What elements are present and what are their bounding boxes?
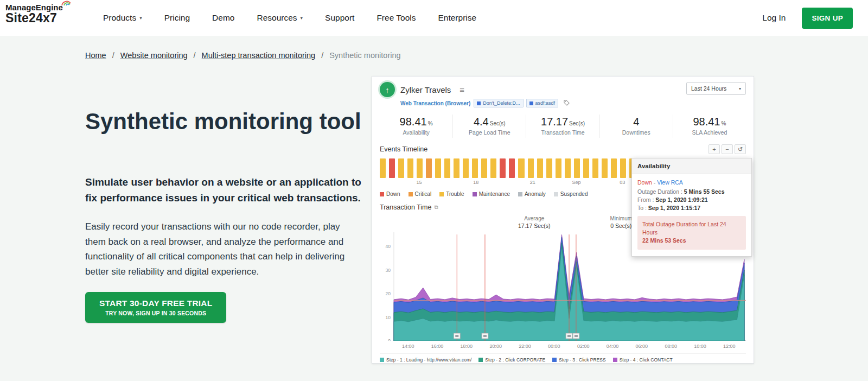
timeline-axis-label: 15: [417, 180, 422, 185]
timeline-bar[interactable]: [565, 158, 571, 178]
transaction-x-label: 18:00: [461, 344, 473, 349]
timeline-legend-item[interactable]: Suspended: [554, 191, 588, 197]
free-trial-button[interactable]: START 30-DAY FREE TRIAL TRY NOW, SIGN UP…: [85, 292, 226, 323]
monitor-type-link[interactable]: Web Transaction (Browser): [400, 100, 470, 106]
nav-item-free-tools[interactable]: Free Tools: [376, 13, 416, 23]
login-link[interactable]: Log In: [762, 13, 786, 23]
timeline-bar[interactable]: [380, 158, 386, 178]
down-status-label: Down: [637, 179, 652, 186]
transaction-legend-item[interactable]: Step - 1 : Loading - http://www.vtitan.c…: [380, 357, 471, 363]
transaction-x-label: 02:00: [577, 344, 590, 349]
nav-item-demo[interactable]: Demo: [212, 13, 234, 23]
timeline-bar[interactable]: [574, 158, 580, 178]
timeline-bar[interactable]: [592, 158, 598, 178]
timeline-legend-item[interactable]: Trouble: [439, 191, 464, 197]
checkbox-icon: [477, 101, 481, 105]
timeline-legend-item[interactable]: Anomaly: [518, 191, 546, 197]
breadcrumb-item[interactable]: Multi-step transaction monitoring: [202, 51, 316, 60]
stat-availability: 98.41%Availability: [380, 115, 453, 138]
timeline-bar[interactable]: [417, 158, 423, 178]
timeline-bar[interactable]: [435, 158, 441, 178]
timeline-bar[interactable]: [546, 158, 552, 178]
transaction-x-label: 12:00: [723, 344, 736, 349]
breadcrumb-item[interactable]: Website monitoring: [120, 51, 188, 60]
time-range-select[interactable]: Last 24 Hours ▾: [686, 82, 746, 95]
manageengine-wordmark: ManageEngine: [5, 3, 63, 12]
nav-item-products[interactable]: Products▾: [103, 13, 142, 23]
stat-value: 98.41%: [673, 116, 746, 128]
timeline-bar[interactable]: [454, 158, 459, 178]
transaction-chart-legend: Step - 1 : Loading - http://www.vtitan.c…: [380, 353, 746, 363]
monitor-meta: Web Transaction (Browser) Don't_Delete:D…: [400, 98, 570, 108]
transaction-legend-item[interactable]: Step - 2 : Click CORPORATE: [478, 357, 545, 363]
nav-item-resources[interactable]: Resources▾: [257, 13, 303, 23]
timeline-bar[interactable]: [537, 158, 543, 178]
timeline-legend-item[interactable]: Maintenance: [473, 191, 510, 197]
stat-label: Page Load Time: [453, 129, 526, 136]
zoom-in-button[interactable]: +: [709, 144, 720, 154]
legend-label: Suspended: [560, 191, 588, 197]
zoom-controls: + − ↺: [709, 144, 746, 154]
y-axis-label: 0: [388, 338, 391, 341]
legend-label: Anomaly: [525, 191, 546, 197]
average-label: Average: [518, 215, 551, 221]
nav-item-pricing[interactable]: Pricing: [164, 13, 190, 23]
timeline-legend-item[interactable]: Down: [380, 191, 400, 197]
timeline-bar[interactable]: [389, 158, 395, 178]
minimum-value: 0 Sec(s): [610, 223, 633, 229]
timeline-bar[interactable]: [556, 158, 561, 178]
brand-logo[interactable]: ManageEngine Site24x7: [5, 3, 63, 26]
nav-item-support[interactable]: Support: [325, 13, 354, 23]
view-rca-link[interactable]: View RCA: [657, 179, 683, 186]
stat-number: 4: [633, 116, 639, 128]
timeline-bar[interactable]: [602, 158, 608, 178]
from-value: Sep 1, 2020 1:09:21: [655, 196, 707, 203]
zoom-out-button[interactable]: −: [722, 144, 733, 154]
timeline-bar[interactable]: [583, 158, 589, 178]
hamburger-icon[interactable]: ≡: [459, 85, 464, 94]
legend-color-swatch: [478, 358, 483, 362]
legend-color-swatch: [380, 358, 384, 362]
zoom-reset-button[interactable]: ↺: [735, 144, 746, 154]
to-label: To :: [637, 205, 648, 211]
timeline-bar[interactable]: [407, 158, 413, 178]
timeline-bar[interactable]: [528, 158, 534, 178]
monitor-tag[interactable]: Don't_Delete:D...: [474, 99, 523, 107]
up-arrow-icon: ↑: [385, 85, 390, 94]
signup-button[interactable]: SIGN UP: [802, 8, 853, 29]
transaction-legend-item[interactable]: Step - 4 : Click CONTACT: [613, 357, 673, 363]
timeline-bar[interactable]: [500, 158, 506, 178]
transaction-legend-item[interactable]: Step - 3 : Click PRESS: [552, 357, 605, 363]
external-link-icon[interactable]: ⧉: [434, 204, 438, 211]
outage-duration-value: 5 Mins 55 Secs: [684, 188, 725, 195]
tag-label: Don't_Delete:D...: [483, 100, 520, 106]
to-value: Sep 1, 2020 1:15:17: [648, 205, 700, 211]
timeline-bar[interactable]: [426, 158, 432, 178]
monitor-identity: ↑ Zylker Travels ≡: [380, 82, 570, 97]
stat-unit: Sec(s): [490, 120, 506, 126]
timeline-legend-item[interactable]: Critical: [409, 191, 432, 197]
monitor-tag[interactable]: asdf:asdf: [526, 99, 559, 107]
timeline-bar[interactable]: [472, 158, 478, 178]
page-title: Synthetic monitoring tool: [85, 107, 367, 135]
chevron-down-icon: ▾: [739, 86, 741, 91]
transaction-chart-xlabels: 14:0016:0018:0020:0022:0000:0002:0004:00…: [380, 343, 746, 350]
transaction-x-label: 04:00: [607, 344, 619, 349]
nav-item-enterprise[interactable]: Enterprise: [438, 13, 476, 23]
nav-item-label: Support: [325, 13, 354, 23]
timeline-bar[interactable]: [481, 158, 487, 178]
legend-color-swatch: [613, 358, 617, 362]
timeline-bar[interactable]: [444, 158, 450, 178]
timeline-bar[interactable]: [620, 158, 626, 178]
timeline-bar[interactable]: [463, 158, 469, 178]
breadcrumb-item[interactable]: Home: [85, 51, 106, 60]
tag-icon[interactable]: [564, 98, 570, 108]
transaction-x-label: 22:00: [519, 344, 531, 349]
timeline-bar[interactable]: [518, 158, 524, 178]
timeline-bar[interactable]: [509, 158, 515, 178]
timeline-bar[interactable]: [611, 158, 617, 178]
timeline-bar[interactable]: [398, 158, 404, 178]
y-axis-label: 20: [386, 291, 391, 296]
timeline-bar[interactable]: [490, 158, 496, 178]
chevron-down-icon: ▾: [301, 15, 303, 21]
